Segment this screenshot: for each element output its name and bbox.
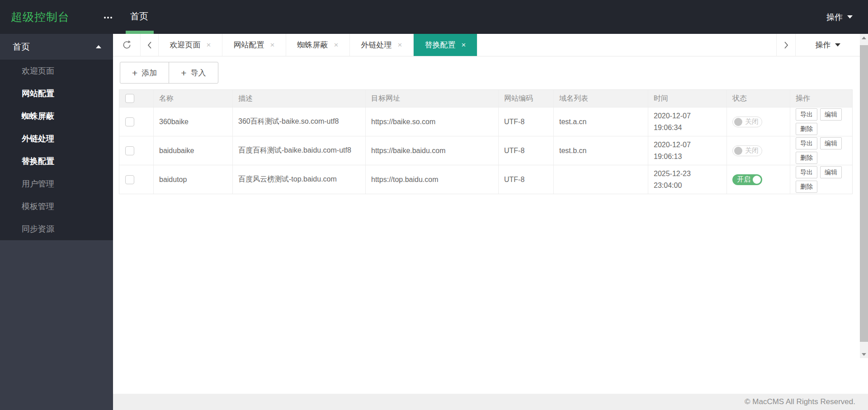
status-toggle[interactable]: 开启	[732, 174, 762, 185]
active-nav-indicator	[126, 31, 154, 34]
edit-button[interactable]: 编辑	[820, 108, 842, 121]
sidebar-item[interactable]: 模板管理	[0, 195, 113, 218]
sidebar-item[interactable]: 蜘蛛屏蔽	[0, 105, 113, 127]
tab[interactable]: 外链处理×	[350, 34, 414, 56]
close-icon[interactable]: ×	[462, 41, 466, 49]
date-text: 2020-12-07	[654, 110, 691, 122]
scrollbar-thumb[interactable]	[860, 45, 868, 342]
tab-scroll-left-button[interactable]	[141, 34, 159, 56]
cell-name: baidubaike	[154, 136, 233, 165]
cell-actions: 导出编辑删除	[790, 107, 852, 136]
time-text: 19:06:13	[654, 151, 682, 163]
import-button-label: 导入	[191, 68, 206, 78]
tab-label: 外链处理	[361, 40, 392, 50]
cell-actions: 导出编辑删除	[790, 136, 852, 165]
cell-status: 关闭	[727, 136, 790, 165]
close-icon[interactable]: ×	[270, 41, 275, 49]
cell-name: 360baike	[154, 107, 233, 136]
header-nav-home[interactable]: 首页	[130, 0, 148, 33]
cell-url: https://top.baidu.com	[366, 165, 499, 194]
delete-button[interactable]: 删除	[796, 123, 817, 135]
cell-domains: test.b.cn	[554, 136, 648, 165]
tab-action-label: 操作	[816, 40, 831, 50]
sidebar-item[interactable]: 替换配置	[0, 150, 113, 172]
sidebar-item[interactable]: 网站配置	[0, 82, 113, 105]
data-table: 名称 描述 目标网址 网站编码 域名列表 时间 状态 操作 360baike36…	[119, 89, 853, 194]
copyright-text: © MacCMS All Rights Reserved.	[745, 397, 855, 406]
export-button[interactable]: 导出	[796, 137, 817, 149]
tab[interactable]: 欢迎页面×	[159, 34, 222, 56]
sidebar-item[interactable]: 同步资源	[0, 218, 113, 240]
cell-time: 2020-12-0719:06:13	[648, 136, 727, 165]
table-header-row: 名称 描述 目标网址 网站编码 域名列表 时间 状态 操作	[119, 90, 852, 107]
row-checkbox[interactable]	[125, 117, 134, 126]
plus-icon: +	[132, 68, 137, 78]
column-header-encoding: 网站编码	[499, 90, 554, 107]
tab-bar: 欢迎页面×网站配置×蜘蛛屏蔽×外链处理×替换配置× 操作	[113, 34, 860, 56]
cell-desc: 百度风云榜测试-top.baidu.com	[233, 165, 366, 194]
sidebar-group-label: 首页	[13, 41, 30, 53]
row-checkbox[interactable]	[125, 146, 134, 155]
sidebar-item[interactable]: 欢迎页面	[0, 60, 113, 82]
row-checkbox-cell	[119, 165, 154, 194]
edit-button[interactable]: 编辑	[820, 137, 842, 149]
cell-encoding: UTF-8	[499, 165, 554, 194]
cell-domains	[554, 165, 648, 194]
column-header-desc: 描述	[233, 90, 366, 107]
toggle-knob	[734, 147, 742, 155]
cell-desc: 360百科测试-baike.so.com-utf8	[233, 107, 366, 136]
plus-icon: +	[181, 68, 186, 78]
select-all-checkbox[interactable]	[125, 94, 134, 103]
app-logo: 超级控制台	[11, 0, 70, 34]
scrollbar-down-button[interactable]	[860, 350, 868, 358]
cell-encoding: UTF-8	[499, 107, 554, 136]
table-body: 360baike360百科测试-baike.so.com-utf8https:/…	[119, 107, 852, 194]
header-action-menu[interactable]: 操作	[826, 0, 853, 34]
close-icon[interactable]: ×	[398, 41, 402, 49]
tab[interactable]: 蜘蛛屏蔽×	[286, 34, 350, 56]
add-button[interactable]: + 添加	[120, 62, 169, 84]
chevron-left-icon	[146, 41, 153, 49]
table-row: baidutop百度风云榜测试-top.baidu.comhttps://top…	[119, 165, 852, 194]
chevron-down-icon	[835, 43, 840, 47]
delete-button[interactable]: 删除	[796, 181, 817, 193]
status-toggle[interactable]: 关闭	[732, 145, 762, 156]
tab[interactable]: 替换配置×	[414, 34, 477, 56]
delete-button[interactable]: 删除	[796, 152, 817, 164]
cell-name: baidutop	[154, 165, 233, 194]
tab-action-menu[interactable]: 操作	[795, 34, 860, 56]
close-icon[interactable]: ×	[334, 41, 339, 49]
cell-url: https://baike.baidu.com	[366, 136, 499, 165]
vertical-scrollbar[interactable]	[860, 34, 868, 358]
table-header-checkbox-cell	[119, 90, 154, 107]
export-button[interactable]: 导出	[796, 166, 817, 178]
refresh-button[interactable]	[113, 34, 141, 56]
collapse-menu-icon[interactable]	[104, 17, 112, 19]
cell-desc: 百度百科测试-baike.baidu.com-utf8	[233, 136, 366, 165]
tab-label: 网站配置	[234, 40, 264, 50]
sidebar-group-home[interactable]: 首页	[0, 34, 113, 60]
tab-scroll-right-button[interactable]	[776, 34, 795, 56]
export-button[interactable]: 导出	[796, 108, 817, 121]
tab[interactable]: 网站配置×	[222, 34, 286, 56]
status-toggle-label: 关闭	[745, 117, 759, 126]
cell-domains: test.a.cn	[554, 107, 648, 136]
close-icon[interactable]: ×	[207, 41, 211, 49]
sidebar-item[interactable]: 用户管理	[0, 172, 113, 195]
add-button-label: 添加	[142, 68, 157, 78]
date-text: 2025-12-23	[654, 168, 691, 180]
cell-time: 2025-12-2323:04:00	[648, 165, 727, 194]
cell-encoding: UTF-8	[499, 136, 554, 165]
import-button[interactable]: + 导入	[169, 62, 218, 84]
main-content: + 添加 + 导入 名称 描述 目标网址 网站编码 域名列表 时间 状态 操作 …	[113, 56, 860, 394]
toggle-knob	[734, 118, 742, 126]
cell-status: 开启	[727, 165, 790, 194]
status-toggle-label: 开启	[737, 175, 750, 184]
sidebar-item[interactable]: 外链处理	[0, 127, 113, 150]
row-checkbox[interactable]	[125, 175, 134, 184]
column-header-time: 时间	[648, 90, 727, 107]
open-tabs: 欢迎页面×网站配置×蜘蛛屏蔽×外链处理×替换配置×	[159, 34, 477, 56]
scrollbar-up-button[interactable]	[860, 34, 868, 42]
status-toggle[interactable]: 关闭	[732, 116, 762, 127]
edit-button[interactable]: 编辑	[820, 166, 842, 178]
